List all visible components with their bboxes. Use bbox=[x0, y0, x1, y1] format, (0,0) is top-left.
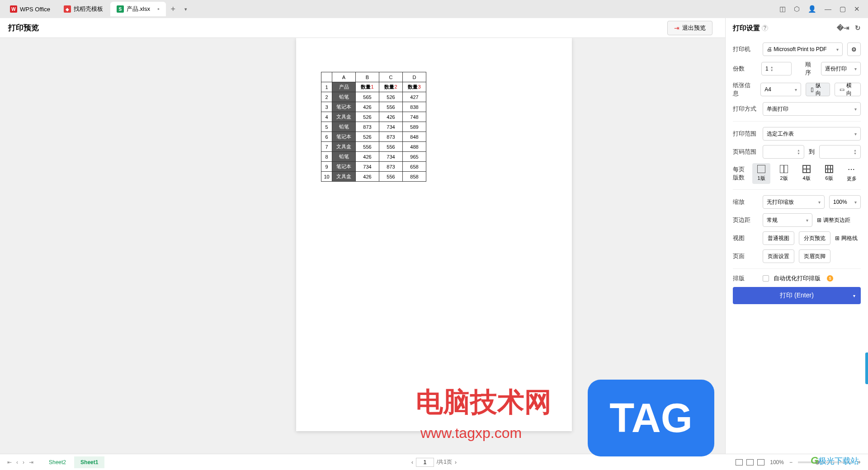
page-setup-button[interactable]: 页面设置 bbox=[763, 249, 794, 263]
to-label: 到 bbox=[809, 148, 815, 156]
spreadsheet-icon: S bbox=[117, 5, 124, 13]
row-page-setting: 页面 页面设置 页眉页脚 bbox=[733, 249, 861, 263]
sheet-tabs: Sheet2 Sheet1 bbox=[42, 456, 104, 468]
zoom-value[interactable]: 100% bbox=[770, 459, 784, 465]
row-paper: 纸张信息 A4▾ ▯ 纵向 ▭ 横向 bbox=[733, 81, 861, 98]
exit-preview-button[interactable]: ⇥ 退出预览 bbox=[667, 21, 712, 35]
scale-label: 缩放 bbox=[733, 198, 758, 206]
exit-icon: ⇥ bbox=[674, 24, 679, 32]
col-hdr: B bbox=[356, 72, 379, 82]
copies-label: 份数 bbox=[733, 65, 757, 73]
watermark-site: G极光下载站 bbox=[811, 455, 859, 466]
scale-select[interactable]: 无打印缩放▾ bbox=[763, 195, 825, 209]
page-from-input[interactable]: ▲▼ bbox=[763, 145, 804, 159]
printer-settings-button[interactable]: ⚙ bbox=[847, 42, 861, 56]
printer-label: 打印机 bbox=[733, 45, 758, 53]
chevron-down-icon: ▾ bbox=[836, 47, 839, 52]
panel-header: 打印设置 ? �⇥ ↻ bbox=[733, 18, 861, 38]
refresh-icon[interactable]: ↻ bbox=[855, 24, 861, 32]
view-page-icon[interactable] bbox=[746, 459, 754, 465]
row-scale: 缩放 无打印缩放▾ 100%▾ bbox=[733, 195, 861, 209]
watermark-tag: TAG bbox=[588, 380, 714, 456]
minimize-icon[interactable]: — bbox=[825, 5, 831, 13]
sheet-last-icon[interactable]: ⇥ bbox=[29, 459, 33, 465]
sheet-tab-active[interactable]: Sheet1 bbox=[74, 456, 104, 468]
printer-select[interactable]: 🖨 Microsoft Print to PDF ▾ bbox=[763, 42, 843, 56]
sheet-prev-icon[interactable]: ‹ bbox=[16, 459, 18, 465]
watermark-url: www.tagxp.com bbox=[420, 425, 522, 442]
user-icon[interactable]: 👤 bbox=[808, 5, 816, 13]
auto-layout-checkbox[interactable] bbox=[763, 275, 769, 282]
tab-bar: W WPS Office ◆ 找稻壳模板 S 产品.xlsx • + ▾ ◫ ⬡… bbox=[0, 0, 868, 18]
panel-icon[interactable]: ◫ bbox=[779, 5, 786, 13]
premium-badge-icon: $ bbox=[827, 275, 833, 282]
order-select[interactable]: 逐份打印▾ bbox=[821, 62, 861, 75]
range-select[interactable]: 选定工作表▾ bbox=[763, 127, 861, 141]
collapse-icon[interactable]: �⇥ bbox=[837, 24, 849, 32]
close-window-icon[interactable]: ✕ bbox=[854, 5, 860, 13]
exit-label: 退出预览 bbox=[682, 24, 706, 32]
page-next-icon[interactable]: › bbox=[455, 459, 457, 465]
per-page-4[interactable]: 4版 bbox=[797, 163, 816, 184]
pagebreak-view-button[interactable]: 分页预览 bbox=[799, 231, 830, 245]
page-range-label: 页码范围 bbox=[733, 148, 758, 156]
panel-title: 打印设置 bbox=[733, 24, 760, 33]
chevron-down-icon[interactable]: ▾ bbox=[853, 293, 855, 298]
maximize-icon[interactable]: ▢ bbox=[840, 5, 846, 13]
printer-value: Microsoft Print to PDF bbox=[774, 46, 826, 52]
view-grid-icon[interactable] bbox=[736, 459, 743, 465]
paper-select[interactable]: A4▾ bbox=[760, 83, 801, 96]
cube-icon[interactable]: ⬡ bbox=[794, 5, 800, 13]
normal-view-button[interactable]: 普通视图 bbox=[763, 231, 794, 245]
page-to-input[interactable]: ▲▼ bbox=[819, 145, 861, 159]
tab-menu-button[interactable]: ▾ bbox=[179, 6, 192, 12]
row-printer: 打印机 🖨 Microsoft Print to PDF ▾ ⚙ bbox=[733, 42, 861, 56]
sheet-next-icon[interactable]: › bbox=[23, 459, 24, 465]
zoom-out-icon[interactable]: − bbox=[789, 459, 793, 465]
row-margin: 页边距 常规▾ ⊞ 调整页边距 bbox=[733, 213, 861, 227]
gridlines-button[interactable]: ⊞ 网格线 bbox=[835, 231, 858, 245]
margin-select[interactable]: 常规▾ bbox=[763, 213, 812, 227]
per-page-more[interactable]: ⋯更多 bbox=[843, 163, 861, 184]
view-split-icon[interactable] bbox=[757, 459, 764, 465]
per-page-2[interactable]: 2版 bbox=[775, 163, 793, 184]
per-page-6[interactable]: 6版 bbox=[820, 163, 838, 184]
row-range: 打印范围 选定工作表▾ bbox=[733, 127, 861, 141]
print-button[interactable]: 打印 (Enter) ▾ bbox=[733, 287, 861, 304]
adjust-margin-button[interactable]: ⊞ 调整页边距 bbox=[817, 213, 850, 227]
help-icon[interactable]: ? bbox=[762, 25, 768, 31]
page-label: 页面 bbox=[733, 252, 758, 260]
sheet-nav: ⇤ ‹ › ⇥ bbox=[7, 459, 33, 465]
side-handle[interactable] bbox=[865, 352, 868, 384]
page-prev-icon[interactable]: ‹ bbox=[411, 459, 413, 465]
duplex-select[interactable]: 单面打印▾ bbox=[763, 102, 861, 116]
template-icon: ◆ bbox=[64, 5, 71, 13]
row-layout: 排版 自动优化打印排版 $ bbox=[733, 274, 861, 282]
paper-label: 纸张信息 bbox=[733, 81, 756, 98]
tab-label: WPS Office bbox=[20, 6, 50, 13]
duplex-label: 打印方式 bbox=[733, 105, 758, 113]
tab-label: 找稻壳模板 bbox=[74, 5, 103, 13]
per-page-label: 每页版数 bbox=[733, 165, 748, 182]
row-duplex: 打印方式 单面打印▾ bbox=[733, 102, 861, 116]
orientation-landscape-button[interactable]: ▭ 横向 bbox=[835, 83, 861, 96]
per-page-1[interactable]: 1版 bbox=[752, 163, 770, 184]
orientation-portrait-button[interactable]: ▯ 纵向 bbox=[806, 83, 830, 96]
tab-wps[interactable]: W WPS Office bbox=[4, 2, 57, 16]
tab-template[interactable]: ◆ 找稻壳模板 bbox=[57, 2, 109, 16]
range-label: 打印范围 bbox=[733, 130, 758, 138]
wps-logo-icon: W bbox=[10, 5, 17, 13]
header-footer-button[interactable]: 页眉页脚 bbox=[799, 249, 830, 263]
preview-page: A B C D 1产品数量1数量2数量3 2铅笔565526427 3笔记本42… bbox=[296, 38, 572, 431]
sheet-first-icon[interactable]: ⇤ bbox=[7, 459, 12, 465]
sheet-tab[interactable]: Sheet2 bbox=[42, 456, 72, 468]
row-page-range: 页码范围 ▲▼ 到 ▲▼ bbox=[733, 145, 861, 159]
col-hdr: D bbox=[403, 72, 426, 82]
close-icon[interactable]: • bbox=[157, 5, 160, 13]
window-controls: ◫ ⬡ 👤 — ▢ ✕ bbox=[779, 5, 864, 13]
scale-pct-select[interactable]: 100%▾ bbox=[829, 195, 861, 209]
add-tab-button[interactable]: + bbox=[167, 5, 179, 14]
page-input[interactable] bbox=[416, 458, 434, 467]
tab-file-active[interactable]: S 产品.xlsx • bbox=[110, 2, 166, 16]
copies-input[interactable]: 1▲▼ bbox=[761, 62, 792, 75]
